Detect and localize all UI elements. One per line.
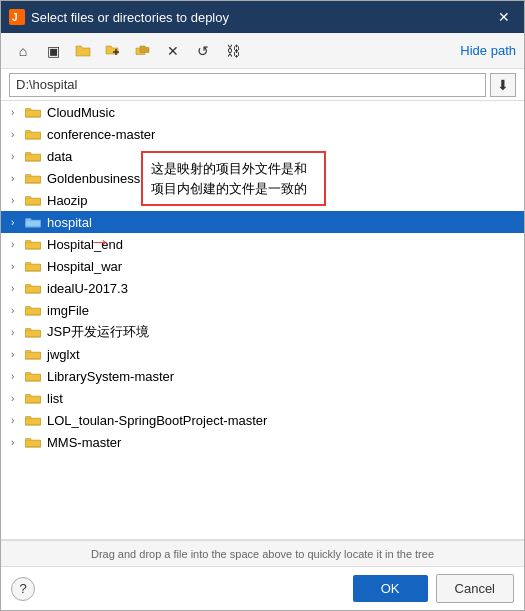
tree-item-label: conference-master — [47, 127, 155, 142]
tree-item-label: hospital — [47, 215, 92, 230]
svg-text:J: J — [12, 12, 18, 23]
new-folder-button[interactable] — [99, 38, 127, 64]
folder-icon — [25, 413, 43, 427]
folder-icon — [25, 391, 43, 405]
tree-item-label: JSP开发运行环境 — [47, 323, 149, 341]
tree-item-label: LibrarySystem-master — [47, 369, 174, 384]
folder-icon — [25, 281, 43, 295]
close-button[interactable]: ✕ — [492, 8, 516, 26]
expand-arrow: › — [11, 173, 25, 184]
expand-arrow: › — [11, 129, 25, 140]
tree-item[interactable]: › MMS-master — [1, 431, 524, 453]
tree-item[interactable]: › Hospital_end — [1, 233, 524, 255]
tree-item-label: idealU-2017.3 — [47, 281, 128, 296]
folder-icon — [25, 303, 43, 317]
folder-icon — [25, 347, 43, 361]
expand-arrow: › — [11, 415, 25, 426]
folder-icon — [25, 193, 43, 207]
tree-item[interactable]: › jwglxt — [1, 343, 524, 365]
monitor-button[interactable]: ▣ — [39, 38, 67, 64]
expand-arrow: › — [11, 349, 25, 360]
ok-button[interactable]: OK — [353, 575, 428, 602]
folder-icon — [25, 105, 43, 119]
expand-arrow: › — [11, 327, 25, 338]
expand-arrow: › — [11, 393, 25, 404]
help-button[interactable]: ? — [11, 577, 35, 601]
folder-icon — [25, 435, 43, 449]
tree-item-label: Hospital_end — [47, 237, 123, 252]
tree-item-label: jwglxt — [47, 347, 80, 362]
hide-path-button[interactable]: Hide path — [460, 43, 516, 58]
folder-icon — [25, 127, 43, 141]
path-download-button[interactable]: ⬇ — [490, 73, 516, 97]
folder-icon — [25, 237, 43, 251]
file-tree[interactable]: 这是映射的项目外文件是和项目内创建的文件是一致的 › CloudMusic› c… — [1, 101, 524, 540]
annotation-arrow-icon: → — [89, 229, 111, 255]
tree-item-label: Hospital_war — [47, 259, 122, 274]
delete-button[interactable]: ✕ — [159, 38, 187, 64]
tree-item[interactable]: › imgFile — [1, 299, 524, 321]
link-button[interactable]: ⛓ — [219, 38, 247, 64]
annotation-box: 这是映射的项目外文件是和项目内创建的文件是一致的 — [141, 151, 326, 206]
refresh-button[interactable]: ↺ — [189, 38, 217, 64]
cancel-button[interactable]: Cancel — [436, 574, 514, 603]
tree-item[interactable]: › JSP开发运行环境 — [1, 321, 524, 343]
tree-item[interactable]: › idealU-2017.3 — [1, 277, 524, 299]
folder-button[interactable] — [69, 38, 97, 64]
copy-folder-button[interactable] — [129, 38, 157, 64]
folder-icon — [25, 171, 43, 185]
tree-item[interactable]: › CloudMusic — [1, 101, 524, 123]
tree-item[interactable]: › list — [1, 387, 524, 409]
expand-arrow: › — [11, 371, 25, 382]
toolbar: ⌂ ▣ ✕ ↺ ⛓ Hide path — [1, 33, 524, 69]
path-input[interactable] — [9, 73, 486, 97]
expand-arrow: › — [11, 239, 25, 250]
title-bar: J Select files or directories to deploy … — [1, 1, 524, 33]
expand-arrow: › — [11, 305, 25, 316]
bottom-bar: ? OK Cancel — [1, 566, 524, 610]
expand-arrow: › — [11, 437, 25, 448]
folder-icon — [25, 149, 43, 163]
tree-item-label: CloudMusic — [47, 105, 115, 120]
home-button[interactable]: ⌂ — [9, 38, 37, 64]
tree-item-label: LOL_toulan-SpringBootProject-master — [47, 413, 267, 428]
tree-item-label: list — [47, 391, 63, 406]
folder-icon — [25, 259, 43, 273]
expand-arrow: › — [11, 195, 25, 206]
tree-item-label: imgFile — [47, 303, 89, 318]
folder-icon — [25, 325, 43, 339]
drag-hint: Drag and drop a file into the space abov… — [1, 540, 524, 566]
tree-item[interactable]: › LibrarySystem-master — [1, 365, 524, 387]
path-bar: ⬇ — [1, 69, 524, 101]
tree-item[interactable]: › conference-master — [1, 123, 524, 145]
tree-item-label: MMS-master — [47, 435, 121, 450]
tree-item[interactable]: › hospital — [1, 211, 524, 233]
tree-item[interactable]: › LOL_toulan-SpringBootProject-master — [1, 409, 524, 431]
expand-arrow: › — [11, 107, 25, 118]
dialog: J Select files or directories to deploy … — [0, 0, 525, 611]
expand-arrow: › — [11, 151, 25, 162]
expand-arrow: › — [11, 261, 25, 272]
tree-item-label: Haozip — [47, 193, 87, 208]
expand-arrow: › — [11, 217, 25, 228]
tree-item[interactable]: › Hospital_war — [1, 255, 524, 277]
dialog-title: Select files or directories to deploy — [31, 10, 492, 25]
expand-arrow: › — [11, 283, 25, 294]
annotation-text: 这是映射的项目外文件是和项目内创建的文件是一致的 — [151, 161, 307, 196]
folder-icon — [25, 215, 43, 229]
app-icon: J — [9, 9, 25, 25]
tree-item-label: data — [47, 149, 72, 164]
folder-icon — [25, 369, 43, 383]
